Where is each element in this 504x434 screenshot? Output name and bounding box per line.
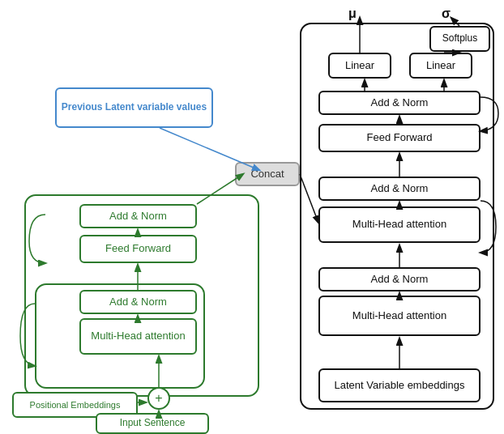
plus-circle: + [147, 387, 170, 410]
add-norm-bot-box: Add & Norm [318, 267, 481, 291]
linear-left-box: Linear [328, 53, 391, 79]
previous-latent-box: Previous Latent variable values [55, 87, 213, 128]
add-norm-top-box: Add & Norm [318, 91, 481, 115]
linear-right-box: Linear [409, 53, 472, 79]
latent-variable-box: Latent Variable embeddings [318, 368, 481, 402]
mu-label: μ [348, 6, 357, 21]
multi-head-bot-box: Multi-Head attention [318, 296, 481, 336]
add-norm-1-box: Add & Norm [79, 204, 197, 228]
feed-forward-right-box: Feed Forward [318, 124, 481, 152]
sigma-label: σ [442, 6, 451, 21]
concat-box: Concat [235, 162, 300, 186]
diagram: μ σ Softplus Linear Linear Add & Norm Fe… [0, 0, 504, 434]
multi-head-top-box: Multi-Head attention [318, 206, 481, 243]
add-norm-mid-box: Add & Norm [318, 177, 481, 201]
softplus-box: Softplus [429, 26, 490, 52]
feed-forward-left-box: Feed Forward [79, 235, 197, 263]
multi-head-left-box: Multi-Head attention [79, 318, 197, 355]
add-norm-2-box: Add & Norm [79, 290, 197, 314]
input-sentence-box: Input Sentence [96, 413, 209, 434]
